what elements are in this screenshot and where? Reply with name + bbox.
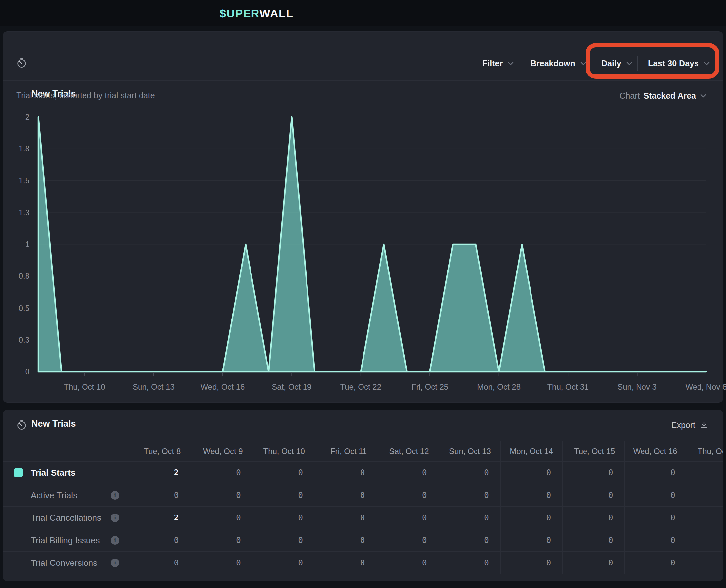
column-header: Sun, Oct 13 — [438, 441, 500, 461]
chart-type-label: Chart — [619, 91, 640, 101]
table-cell: 0 — [376, 551, 438, 574]
table-cell: 0 — [687, 484, 723, 506]
chevron-down-icon — [703, 61, 710, 66]
chart-card-header: New Trials Filter Breakdown Daily Last 3… — [3, 32, 723, 81]
filter-dropdown[interactable]: Filter — [482, 57, 514, 70]
table-row: Trial Starts2000000000 — [3, 462, 723, 484]
divider — [522, 56, 522, 70]
table-cell: 0 — [314, 484, 376, 506]
row-label-cell: Trial Cancellationsi — [3, 507, 128, 529]
table-cell: 0 — [190, 462, 252, 484]
logo-suffix: WALL — [259, 7, 293, 20]
table-cell: 0 — [376, 507, 438, 529]
chart-type-selector[interactable]: Chart Stacked Area — [619, 90, 707, 101]
table-cell: 0 — [252, 484, 314, 506]
table-cell: 0 — [314, 529, 376, 551]
divider — [474, 56, 474, 70]
table-row: Active Trialsi0000000000 — [3, 484, 723, 507]
filter-label: Filter — [482, 59, 503, 68]
row-label: Trial Starts — [31, 467, 75, 478]
table-cell: 0 — [252, 462, 314, 484]
table-cell: 0 — [624, 551, 686, 574]
table-cell: 0 — [190, 529, 252, 551]
chevron-down-icon — [507, 61, 514, 66]
superwall-logo[interactable]: $UPERWALL — [220, 7, 294, 20]
table-cell: 0 — [128, 551, 190, 574]
row-label: Trial Conversions — [31, 558, 97, 568]
table-title: New Trials — [32, 419, 76, 429]
table-cell: 0 — [687, 529, 723, 551]
top-navigation-bar: $UPERWALL — [0, 0, 726, 26]
granularity-dropdown[interactable]: Daily — [601, 57, 633, 70]
row-label: Trial Cancellations — [31, 512, 101, 523]
table-cell: 0 — [252, 507, 314, 529]
table-cell: 0 — [562, 462, 624, 484]
chevron-down-icon — [580, 61, 587, 66]
trials-data-table: Tue, Oct 8Wed, Oct 9Thu, Oct 10Fri, Oct … — [3, 441, 723, 574]
x-axis-label: Sun, Nov 3 — [607, 382, 667, 392]
y-axis-label: 2 — [7, 112, 29, 122]
table-cell: 0 — [562, 551, 624, 574]
table-cell: 0 — [562, 507, 624, 529]
table-cell: 0 — [562, 529, 624, 551]
table-cell: 0 — [500, 484, 562, 506]
table-cell: 0 — [314, 462, 376, 484]
table-cell: 0 — [252, 551, 314, 574]
chart-type-value: Stacked Area — [644, 91, 696, 101]
x-axis-label: Mon, Oct 28 — [469, 382, 529, 392]
x-axis-label: Tue, Oct 22 — [331, 382, 391, 392]
row-label-cell: Trial Starts — [3, 462, 128, 484]
breakdown-dropdown[interactable]: Breakdown — [530, 57, 587, 70]
chart-subtitle: Trial starts, cohorted by trial start da… — [16, 91, 155, 100]
logo-prefix: $UPER — [220, 7, 259, 20]
table-cell: 0 — [500, 529, 562, 551]
column-header: Thu, Oct 17 — [687, 441, 723, 461]
table-cell: 0 — [562, 484, 624, 506]
info-icon[interactable]: i — [111, 536, 119, 545]
info-icon[interactable]: i — [111, 513, 119, 522]
chevron-down-icon — [700, 94, 707, 98]
table-corner-cell — [3, 441, 128, 461]
granularity-label: Daily — [601, 59, 621, 68]
new-trials-chart-card: New Trials Filter Breakdown Daily Last 3… — [3, 31, 723, 403]
table-row: Trial Conversionsi0000000000 — [3, 551, 723, 574]
table-row: Trial Cancellationsi2000000000 — [3, 507, 723, 529]
row-label: Active Trials — [31, 490, 77, 500]
table-cell: 0 — [376, 462, 438, 484]
date-range-dropdown[interactable]: Last 30 Days — [648, 57, 710, 70]
table-cell: 0 — [687, 507, 723, 529]
chevron-down-icon — [626, 61, 633, 66]
x-axis-label: Sun, Oct 13 — [124, 382, 183, 392]
date-range-label: Last 30 Days — [648, 59, 699, 68]
table-cell: 0 — [376, 484, 438, 506]
y-axis-label: 0 — [7, 367, 29, 377]
breakdown-label: Breakdown — [530, 59, 575, 68]
table-cell: 0 — [128, 529, 190, 551]
table-cell: 2 — [128, 507, 190, 529]
table-cell: 0 — [687, 462, 723, 484]
new-trials-table-card: New Trials Export Tue, Oct 8Wed, Oct 9Th… — [3, 410, 723, 581]
y-axis-label: 0.3 — [7, 335, 29, 345]
column-header: Sat, Oct 12 — [376, 441, 438, 461]
export-button[interactable]: Export — [671, 419, 708, 432]
table-cell: 0 — [190, 551, 252, 574]
table-cell: 0 — [438, 529, 500, 551]
info-icon[interactable]: i — [111, 491, 119, 500]
column-header: Tue, Oct 8 — [128, 441, 190, 461]
y-axis-label: 1.8 — [7, 144, 29, 154]
export-label: Export — [671, 420, 695, 430]
column-header: Tue, Oct 15 — [562, 441, 624, 461]
table-cell: 0 — [624, 462, 686, 484]
info-icon[interactable]: i — [111, 559, 119, 567]
column-header: Wed, Oct 16 — [624, 441, 686, 461]
y-axis-label: 1.3 — [7, 208, 29, 217]
table-cell: 0 — [128, 484, 190, 506]
table-cell: 0 — [314, 507, 376, 529]
y-axis-label: 1.5 — [7, 176, 29, 186]
y-axis-label: 0.8 — [7, 271, 29, 281]
table-cell: 0 — [438, 551, 500, 574]
table-cell: 0 — [624, 529, 686, 551]
column-header: Fri, Oct 11 — [314, 441, 376, 461]
divider — [593, 56, 593, 70]
row-label-cell: Active Trialsi — [3, 484, 128, 506]
